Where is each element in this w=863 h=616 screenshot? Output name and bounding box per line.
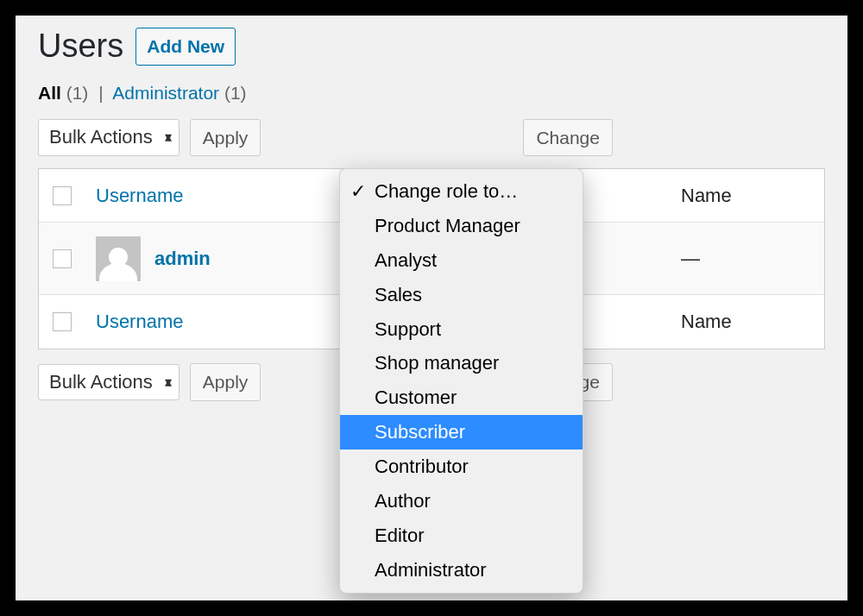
page-title: Users — [38, 28, 123, 65]
change-role-button-top[interactable]: Change — [523, 119, 613, 157]
apply-button-top[interactable]: Apply — [190, 119, 261, 157]
avatar — [96, 236, 141, 281]
filter-administrator[interactable]: Administrator — [112, 83, 219, 103]
col-footer-name: Name — [681, 311, 810, 333]
role-option[interactable]: Editor — [340, 519, 583, 553]
role-option[interactable]: Analyst — [340, 243, 583, 278]
role-option[interactable]: Administrator — [340, 553, 583, 588]
top-controls: Bulk Actions ▴▾ Apply Change — [38, 119, 825, 157]
bulk-actions-label-bottom: Bulk Actions — [49, 371, 153, 393]
row-username-link[interactable]: admin — [154, 248, 211, 270]
role-option[interactable]: Subscriber — [340, 415, 583, 449]
role-filter-links: All (1) | Administrator (1) — [38, 83, 825, 104]
bulk-actions-label: Bulk Actions — [49, 126, 153, 148]
add-new-button[interactable]: Add New — [135, 28, 236, 66]
filter-administrator-count: (1) — [224, 83, 247, 103]
role-option[interactable]: Contributor — [340, 449, 583, 484]
col-header-name: Name — [681, 185, 810, 207]
col-footer-username[interactable]: Username — [96, 311, 183, 333]
filter-all-count: (1) — [66, 83, 89, 103]
col-header-username[interactable]: Username — [96, 185, 183, 207]
app-frame: Users Add New All (1) | Administrator (1… — [16, 16, 847, 600]
role-option[interactable]: Sales — [340, 278, 583, 312]
role-option[interactable]: Support — [340, 312, 583, 347]
select-all-checkbox-top[interactable] — [53, 186, 72, 205]
filter-all[interactable]: All — [38, 83, 61, 103]
bulk-actions-select[interactable]: Bulk Actions ▴▾ — [38, 119, 180, 156]
row-name: — — [681, 248, 810, 270]
row-checkbox[interactable] — [53, 249, 72, 268]
bulk-actions-select-bottom[interactable]: Bulk Actions ▴▾ — [38, 364, 180, 401]
role-option[interactable]: Change role to… — [340, 174, 583, 209]
select-all-checkbox-bottom[interactable] — [53, 312, 72, 331]
filter-separator: | — [98, 83, 103, 103]
role-option[interactable]: Author — [340, 484, 583, 519]
page-header: Users Add New — [38, 28, 825, 66]
role-option[interactable]: Product Manager — [340, 209, 583, 243]
role-option[interactable]: Customer — [340, 380, 583, 415]
change-role-dropdown[interactable]: Change role to…Product ManagerAnalystSal… — [339, 168, 583, 594]
apply-button-bottom[interactable]: Apply — [190, 363, 261, 401]
role-option[interactable]: Shop manager — [340, 346, 583, 380]
